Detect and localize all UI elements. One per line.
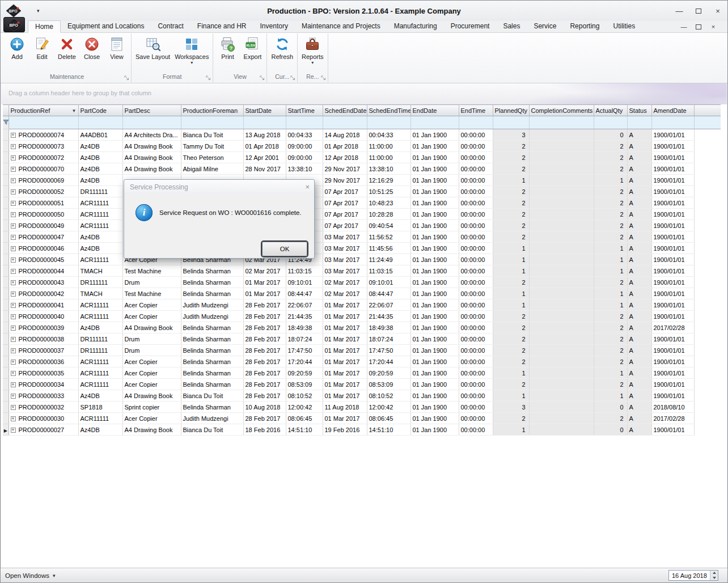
cell-schedenddate[interactable]: 11 Aug 2018 <box>323 402 367 413</box>
cell-endtime[interactable]: 00:00:00 <box>459 152 493 163</box>
cell-schedendtime[interactable]: 10:51:25 <box>367 186 410 197</box>
cell-plannedqty[interactable]: 1 <box>493 243 529 254</box>
expand-row-icon[interactable]: + <box>11 178 16 183</box>
cell-plannedqty[interactable]: 2 <box>493 311 529 322</box>
cell-starttime[interactable]: 09:20:59 <box>286 367 323 379</box>
cell-status[interactable]: A <box>627 197 651 209</box>
cell-schedenddate[interactable]: 01 Mar 2017 <box>323 311 367 322</box>
cell-productionref[interactable]: +PROD00000037 <box>9 345 78 356</box>
cell-productionforeman[interactable]: Belinda Sharman <box>181 379 243 390</box>
spinner-up-icon[interactable] <box>710 571 718 576</box>
cell-enddate[interactable]: 01 Jan 1900 <box>410 413 459 424</box>
cell-partcode[interactable]: DR111111 <box>78 345 122 356</box>
expand-row-icon[interactable]: + <box>11 269 16 274</box>
cell-endtime[interactable]: 00:00:00 <box>459 254 493 265</box>
cell-schedendtime[interactable]: 11:24:49 <box>367 254 410 265</box>
dialog-launcher-icon[interactable] <box>290 75 295 81</box>
cell-enddate[interactable]: 01 Jan 1900 <box>410 390 459 402</box>
cell-amenddate[interactable]: 1900/01/01 <box>651 345 694 356</box>
cell-schedenddate[interactable]: 12 Apr 2018 <box>323 152 367 163</box>
expand-row-icon[interactable]: + <box>11 382 16 387</box>
cell-productionforeman[interactable]: Judith Mudzengi <box>181 299 243 311</box>
cell-amenddate[interactable]: 1900/01/01 <box>651 231 694 243</box>
cell-partdesc[interactable]: Test Machine <box>122 265 181 277</box>
cell-startdate[interactable]: 28 Feb 2017 <box>243 379 286 390</box>
expand-row-icon[interactable]: + <box>11 405 16 410</box>
cell-productionforeman[interactable]: Abigail Milne <box>181 163 243 175</box>
cell-schedenddate[interactable]: 02 Mar 2017 <box>323 277 367 288</box>
cell-schedendtime[interactable]: 18:07:24 <box>367 333 410 345</box>
cell-completioncomments[interactable] <box>529 209 594 220</box>
cell-enddate[interactable]: 01 Jan 1900 <box>410 265 459 277</box>
tab-utilities[interactable]: Utilities <box>606 20 642 32</box>
cell-status[interactable]: A <box>627 254 651 265</box>
cell-starttime[interactable]: 09:00:00 <box>286 152 323 163</box>
cell-actualqty[interactable]: 1 <box>594 367 627 379</box>
cell-productionref[interactable]: +PROD00000047 <box>9 231 78 243</box>
cell-actualqty[interactable]: 2 <box>594 356 627 367</box>
cell-partcode[interactable]: ACR11111 <box>78 311 122 322</box>
cell-endtime[interactable]: 00:00:00 <box>459 265 493 277</box>
tab-inventory[interactable]: Inventory <box>253 20 295 32</box>
cell-enddate[interactable]: 01 Jan 1900 <box>410 367 459 379</box>
cell-schedendtime[interactable]: 10:48:23 <box>367 197 410 209</box>
cell-partcode[interactable]: Az4DB <box>78 231 122 243</box>
column-header-status[interactable]: Status <box>627 105 651 116</box>
cell-productionref[interactable]: +PROD00000034 <box>9 379 78 390</box>
cell-starttime[interactable]: 22:06:07 <box>286 299 323 311</box>
expand-row-icon[interactable]: + <box>11 360 16 365</box>
cell-plannedqty[interactable]: 2 <box>493 231 529 243</box>
cell-status[interactable]: A <box>627 265 651 277</box>
cell-actualqty[interactable]: 2 <box>594 220 627 231</box>
cell-plannedqty[interactable]: 3 <box>493 129 529 141</box>
expand-row-icon[interactable]: + <box>11 167 16 172</box>
cell-completioncomments[interactable] <box>529 186 594 197</box>
cell-starttime[interactable]: 21:44:35 <box>286 311 323 322</box>
cell-partcode[interactable]: A4ADB01 <box>78 129 122 141</box>
filter-cell-amenddate[interactable] <box>651 116 694 129</box>
cell-partdesc[interactable]: Acer Copier <box>122 367 181 379</box>
expand-row-icon[interactable]: + <box>11 348 16 353</box>
cell-status[interactable]: A <box>627 175 651 186</box>
cell-startdate[interactable]: 18 Feb 2016 <box>243 424 286 436</box>
export-button[interactable]: XLSXExport <box>240 33 265 60</box>
cell-schedendtime[interactable]: 11:00:00 <box>367 141 410 152</box>
edit-button[interactable]: Edit <box>29 33 54 60</box>
cell-productionforeman[interactable]: Bianca Du Toit <box>181 390 243 402</box>
dialog-launcher-icon[interactable] <box>321 75 326 81</box>
cell-plannedqty[interactable]: 2 <box>493 141 529 152</box>
cell-amenddate[interactable]: 1900/01/01 <box>651 141 694 152</box>
cell-productionforeman[interactable]: Belinda Sharman <box>181 277 243 288</box>
cell-partdesc[interactable]: Sprint copier <box>122 402 181 413</box>
cell-productionref[interactable]: +PROD00000051 <box>9 197 78 209</box>
cell-productionref[interactable]: +PROD00000038 <box>9 333 78 345</box>
cell-schedendtime[interactable]: 14:51:10 <box>367 424 410 436</box>
cell-plannedqty[interactable]: 2 <box>493 209 529 220</box>
cell-partdesc[interactable]: Acer Copier <box>122 379 181 390</box>
cell-starttime[interactable]: 17:20:44 <box>286 356 323 367</box>
filter-cell-enddate[interactable] <box>410 116 459 129</box>
cell-amenddate[interactable]: 1900/01/01 <box>651 390 694 402</box>
cell-amenddate[interactable]: 1900/01/01 <box>651 424 694 436</box>
cell-startdate[interactable]: 28 Feb 2017 <box>243 322 286 333</box>
cell-plannedqty[interactable]: 1 <box>493 299 529 311</box>
cell-schedenddate[interactable]: 03 Mar 2017 <box>323 265 367 277</box>
reports-button[interactable]: Reports▾ <box>299 33 326 65</box>
cell-schedendtime[interactable]: 11:00:00 <box>367 152 410 163</box>
cell-status[interactable]: A <box>627 186 651 197</box>
cell-completioncomments[interactable] <box>529 333 594 345</box>
cell-plannedqty[interactable]: 2 <box>493 197 529 209</box>
cell-amenddate[interactable]: 1900/01/01 <box>651 254 694 265</box>
cell-partcode[interactable]: Az4DB <box>78 163 122 175</box>
cell-actualqty[interactable]: 0 <box>594 402 627 413</box>
cell-actualqty[interactable]: 0 <box>594 424 627 436</box>
cell-productionforeman[interactable]: Judith Mudzengi <box>181 413 243 424</box>
cell-actualqty[interactable]: 2 <box>594 141 627 152</box>
cell-starttime[interactable]: 18:07:24 <box>286 333 323 345</box>
cell-schedendtime[interactable]: 08:10:52 <box>367 390 410 402</box>
cell-completioncomments[interactable] <box>529 311 594 322</box>
cell-startdate[interactable]: 28 Feb 2017 <box>243 356 286 367</box>
cell-partcode[interactable]: DR111111 <box>78 333 122 345</box>
expand-row-icon[interactable]: + <box>11 337 16 342</box>
filter-cell-productionref[interactable] <box>9 116 78 129</box>
